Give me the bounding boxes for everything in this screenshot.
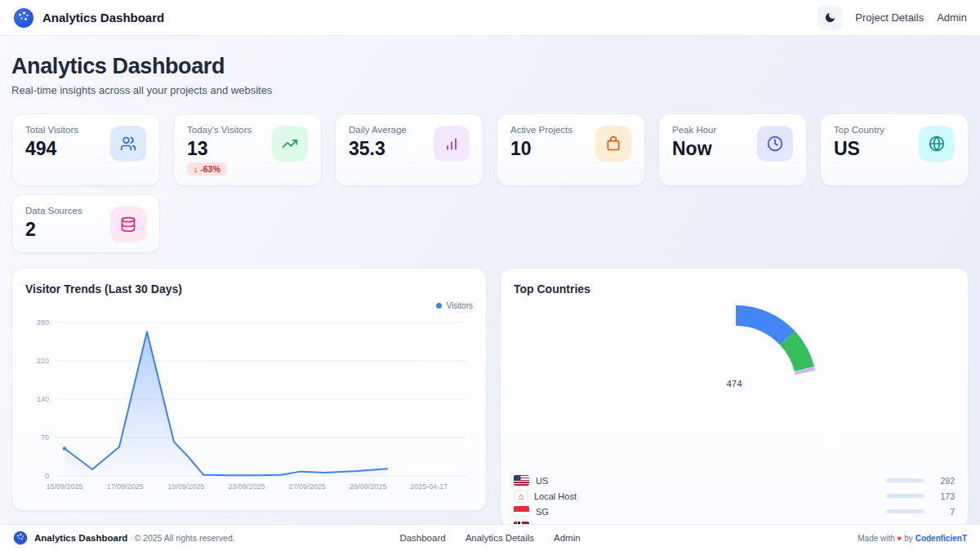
donut-center-label: 474 (501, 379, 968, 389)
stat-label: Data Sources (25, 205, 82, 216)
top-countries-card: Top Countries 474 US 292 ⌂ Local Host 17… (500, 268, 969, 524)
stat-value: 10 (510, 138, 572, 159)
bar-chart-icon (434, 126, 470, 162)
stat-label: Today's Visitors (187, 124, 252, 136)
svg-text:280: 280 (37, 318, 49, 327)
nav-link-project-details[interactable]: Project Details (855, 11, 924, 24)
stat-value: 2 (25, 219, 82, 240)
chart-title: Top Countries (514, 282, 955, 296)
svg-text:17/09/2025: 17/09/2025 (107, 482, 144, 491)
database-icon (110, 207, 146, 242)
navbar: Analytics Dashboard Project Details Admi… (0, 0, 980, 36)
footer-link-dashboard[interactable]: Dashboard (399, 533, 445, 543)
down-arrow-icon: ↓ (194, 164, 198, 174)
svg-text:70: 70 (41, 433, 49, 442)
stat-value: 13 (187, 138, 252, 159)
svg-text:140: 140 (37, 395, 49, 403)
footer-copyright: © 2025 All rights reserved. (134, 533, 234, 543)
country-row-sg: SG 7 (514, 504, 955, 519)
footer-brand-title: Analytics Dashboard (34, 533, 127, 543)
stat-card-todays-visitors: Today's Visitors 13 ↓-63% (173, 113, 322, 186)
country-bar (886, 494, 924, 498)
svg-text:29/09/2025: 29/09/2025 (350, 482, 386, 491)
sg-flag-icon (514, 506, 529, 517)
country-row-us: US 292 (514, 473, 955, 488)
globe-icon (919, 126, 955, 162)
svg-text:210: 210 (37, 357, 49, 365)
app-logo-icon (13, 531, 28, 545)
svg-text:2025-04-17: 2025-04-17 (410, 482, 448, 491)
country-row-local-host: ⌂ Local Host 173 (514, 488, 955, 504)
country-bar (886, 478, 924, 482)
briefcase-icon (595, 126, 631, 162)
svg-text:19/09/2025: 19/09/2025 (167, 482, 204, 491)
theme-toggle-button[interactable] (817, 6, 842, 30)
page-header: Analytics Dashboard Real-time insights a… (11, 36, 969, 97)
stat-label: Peak Hour (672, 124, 716, 136)
users-icon (110, 126, 146, 162)
stat-label: Daily Average (349, 124, 407, 136)
heart-icon: ♥ (898, 534, 902, 543)
stat-card-top-country: Top Country US (820, 113, 969, 186)
stat-value: 35.3 (349, 138, 407, 159)
stat-card-peak-hour: Peak Hour Now (658, 113, 807, 186)
stat-label: Top Country (834, 124, 884, 136)
stat-value: 494 (25, 138, 78, 159)
brand: Analytics Dashboard (13, 7, 164, 29)
country-list: US 292 ⌂ Local Host 173 SG 7 (514, 473, 955, 524)
svg-text:27/09/2025: 27/09/2025 (289, 482, 326, 491)
footer-credit: Made with ♥ by CodenficienT (581, 534, 967, 543)
page-subtitle: Real-time insights across all your proje… (11, 83, 969, 97)
stat-value: Now (672, 138, 716, 159)
nav-link-admin[interactable]: Admin (937, 11, 967, 24)
footer: Analytics Dashboard © 2025 All rights re… (0, 524, 980, 551)
country-bar (886, 509, 924, 513)
stats-grid: Total Visitors 494 Today's Visitors 13 ↓… (11, 113, 969, 253)
trending-up-icon (272, 126, 308, 162)
svg-text:0: 0 (45, 472, 49, 480)
footer-link-admin[interactable]: Admin (554, 533, 581, 543)
footer-link-analytics-details[interactable]: Analytics Details (466, 533, 534, 543)
credit-link[interactable]: CodenficienT (915, 534, 967, 543)
trend-badge: ↓-63% (187, 162, 227, 176)
clock-icon (757, 126, 793, 162)
app-logo-icon (13, 7, 34, 29)
page-title: Analytics Dashboard (11, 52, 969, 80)
legend-dot (436, 303, 442, 309)
brand-title: Analytics Dashboard (42, 11, 164, 24)
stat-card-total-visitors: Total Visitors 494 (11, 113, 160, 186)
donut-chart-wrap: 474 (501, 296, 968, 473)
stat-card-data-sources: Data Sources 2 (11, 194, 160, 253)
stat-card-daily-average: Daily Average 35.3 (335, 113, 483, 186)
stat-label: Active Projects (510, 124, 572, 136)
svg-text:23/09/2025: 23/09/2025 (228, 482, 265, 491)
stat-card-active-projects: Active Projects 10 (497, 113, 645, 186)
chart-title: Visitor Trends (Last 30 Days) (25, 282, 473, 296)
footer-brand: Analytics Dashboard © 2025 All rights re… (13, 531, 399, 545)
navbar-actions: Project Details Admin (817, 6, 967, 30)
us-flag-icon (514, 475, 529, 486)
stat-value: US (834, 138, 884, 159)
footer-nav: Dashboard Analytics Details Admin (399, 533, 580, 543)
charts-row: Visitor Trends (Last 30 Days) Visitors 0… (11, 268, 969, 524)
moon-icon (824, 11, 836, 24)
svg-text:15/09/2025: 15/09/2025 (46, 482, 82, 491)
visitor-trends-card: Visitor Trends (Last 30 Days) Visitors 0… (11, 268, 487, 511)
chart-legend: Visitors (25, 298, 473, 313)
home-icon: ⌂ (514, 490, 528, 503)
main-content: Analytics Dashboard Real-time insights a… (0, 36, 980, 524)
stat-label: Total Visitors (25, 124, 78, 136)
visitor-trends-chart: 07014021028015/09/202517/09/202519/09/20… (25, 313, 473, 494)
